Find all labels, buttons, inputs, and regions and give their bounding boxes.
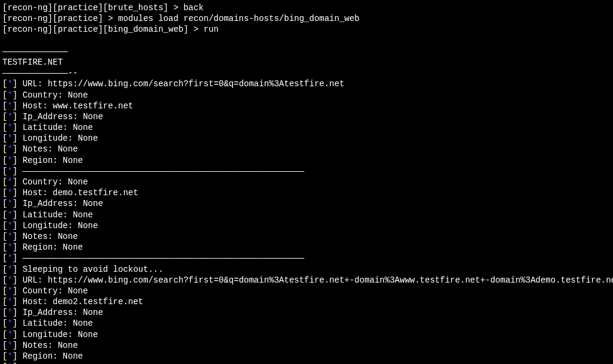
url-value: URL: https://www.bing.com/search?first=0… bbox=[23, 275, 613, 285]
star-icon: * bbox=[7, 330, 12, 339]
output-row-host: [*] Host: demo2.testfire.net bbox=[2, 296, 611, 307]
star-icon: * bbox=[7, 351, 12, 361]
output-row-lon: [*] Longitude: None bbox=[2, 329, 611, 340]
longitude-value: Longitude: None bbox=[23, 330, 98, 339]
output-row-lon: [*] Longitude: None bbox=[2, 133, 611, 144]
output-row-url: [*] URL: https://www.bing.com/search?fir… bbox=[2, 78, 611, 89]
prompt-line-3: [recon-ng][practice][bing_domain_web] > … bbox=[2, 24, 611, 35]
star-icon: * bbox=[7, 341, 12, 350]
star-icon: * bbox=[7, 221, 12, 230]
host-value: Host: www.testfire.net bbox=[23, 101, 133, 111]
output-row-country: [*] Country: None bbox=[2, 90, 611, 101]
star-icon: * bbox=[7, 79, 12, 89]
star-icon: * bbox=[7, 210, 12, 220]
country-value: Country: None bbox=[23, 286, 88, 296]
terminal-output: [recon-ng][practice][brute_hosts] > back… bbox=[2, 2, 611, 364]
host-value: Host: demo2.testfire.net bbox=[23, 297, 144, 307]
star-icon: * bbox=[7, 156, 12, 165]
blank-line bbox=[2, 35, 611, 46]
divider-line: ————————————————————————————————————————… bbox=[23, 253, 304, 263]
host-value: Host: demo.testfire.net bbox=[23, 188, 138, 198]
star-icon: * bbox=[7, 286, 12, 296]
output-row-lat: [*] Latitude: None bbox=[2, 210, 611, 220]
notes-value: Notes: None bbox=[23, 341, 78, 350]
star-icon: * bbox=[7, 166, 12, 176]
prompt-prefix: [recon-ng][practice][bing_domain_web] > bbox=[2, 25, 204, 34]
prompt-prefix: [recon-ng][practice] > bbox=[2, 14, 118, 23]
output-row-lat: [*] Latitude: None bbox=[2, 122, 611, 133]
star-icon: * bbox=[7, 318, 12, 328]
star-icon: * bbox=[7, 101, 12, 111]
notes-value: Notes: None bbox=[23, 144, 78, 154]
star-icon: * bbox=[7, 144, 12, 154]
output-row-lon: [*] Longitude: None bbox=[2, 220, 611, 231]
output-row-region: [*] Region: None bbox=[2, 242, 611, 253]
output-row-host: [*] Host: demo.testfire.net bbox=[2, 187, 611, 198]
longitude-value: Longitude: None bbox=[23, 221, 98, 230]
region-value: Region: None bbox=[23, 351, 83, 361]
star-icon: * bbox=[7, 177, 12, 187]
sleeping-text: Sleeping to avoid lockout... bbox=[23, 265, 163, 274]
header-dashes-top: ————————————— bbox=[2, 46, 611, 57]
url-value: URL: https://www.bing.com/search?first=0… bbox=[23, 79, 345, 89]
star-icon: * bbox=[7, 112, 12, 122]
divider-row: [*] ————————————————————————————————————… bbox=[2, 362, 611, 364]
star-icon: * bbox=[7, 188, 12, 198]
star-icon: * bbox=[7, 308, 12, 317]
latitude-value: Latitude: None bbox=[23, 210, 93, 220]
star-icon: * bbox=[7, 242, 12, 252]
output-row-country: [*] Country: None bbox=[2, 177, 611, 187]
region-value: Region: None bbox=[23, 156, 83, 165]
latitude-value: Latitude: None bbox=[23, 318, 93, 328]
star-icon: * bbox=[7, 253, 12, 263]
star-icon: * bbox=[7, 123, 12, 132]
divider-line: ————————————————————————————————————————… bbox=[23, 166, 304, 176]
prompt-prefix: [recon-ng][practice][brute_hosts] > bbox=[2, 3, 183, 13]
ip-value: Ip_Address: None bbox=[23, 112, 103, 122]
notes-value: Notes: None bbox=[23, 232, 78, 241]
star-icon: * bbox=[7, 134, 12, 143]
star-icon: * bbox=[7, 275, 12, 285]
ip-value: Ip_Address: None bbox=[23, 199, 103, 208]
latitude-value: Latitude: None bbox=[23, 123, 93, 132]
output-row-lat: [*] Latitude: None bbox=[2, 318, 611, 329]
divider-row: [*] ————————————————————————————————————… bbox=[2, 253, 611, 263]
prompt-line-2: [recon-ng][practice] > modules load reco… bbox=[2, 13, 611, 24]
output-row-notes: [*] Notes: None bbox=[2, 144, 611, 154]
region-value: Region: None bbox=[23, 242, 83, 252]
output-row-notes: [*] Notes: None bbox=[2, 231, 611, 242]
divider-row: [*] ————————————————————————————————————… bbox=[2, 166, 611, 177]
ip-value: Ip_Address: None bbox=[23, 308, 103, 317]
star-icon: * bbox=[7, 297, 12, 307]
output-row-region: [*] Region: None bbox=[2, 351, 611, 362]
output-row-country: [*] Country: None bbox=[2, 286, 611, 296]
country-value: Country: None bbox=[23, 177, 88, 187]
prompt-line-1: [recon-ng][practice][brute_hosts] > back bbox=[2, 2, 611, 13]
star-icon: * bbox=[7, 232, 12, 241]
command-text: run bbox=[204, 25, 219, 34]
header-dashes-bottom: —————————————-- bbox=[2, 68, 611, 78]
output-row-ip: [*] Ip_Address: None bbox=[2, 307, 611, 318]
output-row-host: [*] Host: www.testfire.net bbox=[2, 101, 611, 111]
command-text: back bbox=[183, 3, 204, 13]
output-row-notes: [*] Notes: None bbox=[2, 340, 611, 351]
star-icon: * bbox=[7, 199, 12, 208]
output-row-region: [*] Region: None bbox=[2, 155, 611, 166]
output-row-sleeping: [*] Sleeping to avoid lockout... bbox=[2, 264, 611, 275]
star-icon: * bbox=[7, 90, 12, 100]
longitude-value: Longitude: None bbox=[23, 134, 98, 143]
star-icon: * bbox=[7, 265, 12, 274]
country-value: Country: None bbox=[23, 90, 88, 100]
output-row-ip: [*] Ip_Address: None bbox=[2, 111, 611, 122]
output-row-ip: [*] Ip_Address: None bbox=[2, 198, 611, 209]
output-row-url: [*] URL: https://www.bing.com/search?fir… bbox=[2, 275, 611, 286]
command-text: modules load recon/domains-hosts/bing_do… bbox=[118, 14, 359, 23]
domain-header: TESTFIRE.NET bbox=[2, 57, 611, 68]
